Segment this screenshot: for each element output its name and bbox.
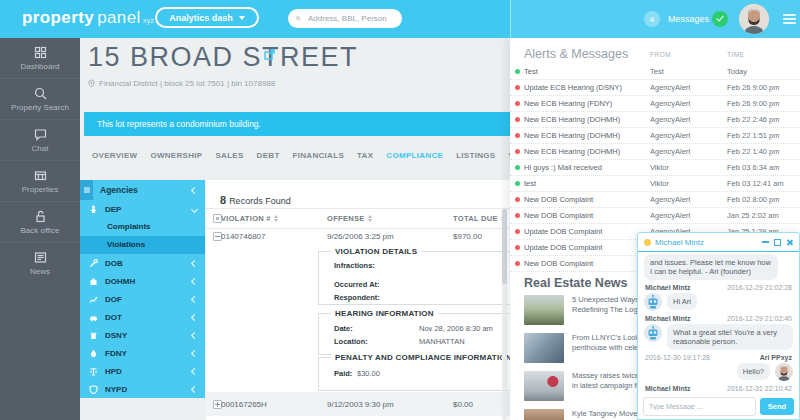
scales-icon bbox=[89, 367, 98, 376]
tab-tax[interactable]: TAX bbox=[357, 151, 373, 160]
search-icon bbox=[33, 86, 48, 101]
tab-overview[interactable]: OVERVIEW bbox=[92, 151, 137, 160]
analytics-dash-label: Analytics dash bbox=[169, 13, 233, 23]
column-header-violation[interactable]: VIOLATION # bbox=[221, 214, 278, 223]
paid-value: $30.00 bbox=[357, 369, 380, 378]
alert-row[interactable]: testViktorFeb 03 12:41 am bbox=[510, 176, 800, 192]
menu-icon[interactable] bbox=[783, 14, 796, 24]
column-header-total-due[interactable]: TOTAL DUE bbox=[453, 214, 505, 223]
user-avatar[interactable] bbox=[739, 4, 769, 34]
sidebar-label: Chat bbox=[32, 144, 49, 153]
sort-icon bbox=[368, 215, 372, 223]
agency-item-dohmh[interactable]: DOHMH bbox=[80, 272, 205, 290]
sidebar-item-back-office[interactable]: Back office bbox=[0, 201, 80, 242]
medical-bag-icon bbox=[89, 277, 98, 286]
sidebar-item-chat[interactable]: Chat bbox=[0, 119, 80, 160]
tab-financials[interactable]: FINANCIALS bbox=[293, 151, 344, 160]
tab-sales[interactable]: SALES bbox=[215, 151, 243, 160]
alert-row[interactable]: New DOB ComplaintAgencyAlertFeb 02 8:00 … bbox=[510, 192, 800, 208]
tab-listings[interactable]: LISTINGS bbox=[456, 151, 495, 160]
location-pin-icon bbox=[88, 79, 95, 88]
fieldset-title: PENALTY AND COMPLIANCE INFORMATION bbox=[331, 353, 516, 362]
alert-row[interactable]: New ECB Hearing (DOHMH)AgencyAlertFeb 22… bbox=[510, 144, 800, 160]
agency-item-dsny[interactable]: DSNY bbox=[80, 326, 205, 344]
status-dot bbox=[515, 181, 520, 186]
chevron-icon bbox=[191, 277, 198, 284]
send-button[interactable]: Send bbox=[760, 398, 794, 415]
search-input[interactable] bbox=[306, 13, 394, 24]
sidebar-item-news[interactable]: News bbox=[0, 242, 80, 283]
status-dot bbox=[515, 117, 520, 122]
chat-message-text: Hello? bbox=[737, 363, 770, 380]
share-icon[interactable] bbox=[264, 46, 275, 64]
chevron-icon bbox=[191, 295, 198, 302]
dashboard-grid-icon bbox=[33, 45, 48, 60]
agency-item-dof[interactable]: DOF bbox=[80, 290, 205, 308]
messages-label[interactable]: Messages bbox=[668, 14, 709, 24]
status-dot bbox=[515, 101, 520, 106]
sidebar-item-property-search[interactable]: Property Search bbox=[0, 78, 80, 119]
agency-item-dep[interactable]: DEP bbox=[80, 200, 205, 218]
chevron-icon bbox=[191, 313, 198, 320]
news-thumbnail bbox=[524, 295, 564, 325]
trash-icon bbox=[89, 331, 98, 340]
agency-label: FDNY bbox=[105, 349, 127, 358]
alert-row[interactable]: Update ECB Hearing (DSNY)AgencyAlertFeb … bbox=[510, 80, 800, 96]
top-header: propertypanelxyz Analytics dash 4 Messag… bbox=[0, 0, 800, 38]
alerts-title: Alerts & Messages bbox=[524, 47, 628, 61]
chat-message-input[interactable] bbox=[643, 397, 756, 416]
total-due-value: $0.00 bbox=[453, 400, 473, 409]
news-thumbnail bbox=[524, 371, 564, 401]
newspaper-icon bbox=[33, 250, 48, 265]
alert-row[interactable]: Hi guys :) Mail receivedViktorFeb 03 6:3… bbox=[510, 160, 800, 176]
alert-row[interactable]: New ECB Hearing (FDNY)AgencyAlertFeb 26 … bbox=[510, 96, 800, 112]
agency-label: DOF bbox=[105, 295, 122, 304]
sidebar-item-properties[interactable]: Properties bbox=[0, 160, 80, 201]
agency-item-dot[interactable]: DOT bbox=[80, 308, 205, 326]
status-dot bbox=[515, 165, 520, 170]
logo-brand2: panel bbox=[97, 8, 141, 27]
property-subtitle: Financial District | block 25 lot 7501 |… bbox=[88, 79, 275, 88]
alert-row[interactable]: New DOB ComplaintAgencyAlertJan 25 2:02 … bbox=[510, 208, 800, 224]
agency-item-nypd[interactable]: NYPD bbox=[80, 380, 205, 398]
fieldset-title: HEARING INFORMATION bbox=[331, 309, 438, 318]
table-scrollbar-thumb[interactable] bbox=[502, 209, 507, 284]
tab-compliance[interactable]: COMPLIANCE bbox=[386, 151, 443, 160]
sidebar-label: Dashboard bbox=[20, 62, 59, 71]
messages-count-badge[interactable]: 4 bbox=[644, 11, 660, 27]
agency-item-fdny[interactable]: FDNY bbox=[80, 344, 205, 362]
chart-icon bbox=[89, 295, 98, 304]
chat-contact-name[interactable]: Michael Mintz bbox=[655, 238, 758, 247]
alerts-time-column: TIME bbox=[727, 51, 745, 58]
news-title: Real Estate News bbox=[524, 276, 628, 290]
alert-row[interactable]: TestTestToday bbox=[510, 64, 800, 80]
minimize-icon[interactable] bbox=[762, 241, 769, 243]
alerts-from-column: FROM bbox=[650, 51, 671, 58]
agency-subitem-violations[interactable]: Violations bbox=[80, 236, 205, 254]
chat-messages[interactable]: and issues. Please let me know how I can… bbox=[638, 251, 799, 393]
tab-debt[interactable]: DEBT bbox=[257, 151, 280, 160]
maximize-icon[interactable] bbox=[774, 239, 781, 246]
hearing-location-label: Location: bbox=[334, 337, 419, 346]
chat-message-meta: 2016-12-30 19:17:28Ari PPxyz bbox=[645, 354, 792, 361]
agency-item-dob[interactable]: DOB bbox=[80, 254, 205, 272]
agency-subitem-complaints[interactable]: Complaints bbox=[80, 218, 205, 236]
sidebar-item-dashboard[interactable]: Dashboard bbox=[0, 38, 80, 78]
agencies-header[interactable]: Agencies bbox=[80, 180, 205, 200]
column-header-offense[interactable]: OFFENSE bbox=[327, 214, 372, 223]
alert-row[interactable]: New ECB Hearing (DOHMH)AgencyAlertFeb 22… bbox=[510, 112, 800, 128]
agency-item-hpd[interactable]: HPD bbox=[80, 362, 205, 380]
lock-icon bbox=[33, 209, 48, 224]
tab-ownership[interactable]: OWNERSHIP bbox=[150, 151, 202, 160]
logo-brand: property bbox=[22, 8, 94, 27]
online-status-icon[interactable] bbox=[712, 11, 728, 27]
analytics-dash-button[interactable]: Analytics dash bbox=[155, 7, 259, 28]
app-logo[interactable]: propertypanelxyz bbox=[22, 8, 154, 28]
chat-message-meta: Michael Mintz2016-12-29 21:02:28 bbox=[645, 284, 792, 291]
chat-bubble-icon bbox=[33, 127, 48, 142]
hearing-location-value: MANHATTAN bbox=[419, 337, 465, 346]
chat-message-text: What a great site! You're a very reasona… bbox=[667, 324, 793, 350]
alert-row[interactable]: New ECB Hearing (DOHMH)AgencyAlertFeb 22… bbox=[510, 128, 800, 144]
close-icon[interactable] bbox=[786, 239, 793, 246]
robot-avatar bbox=[644, 293, 662, 311]
